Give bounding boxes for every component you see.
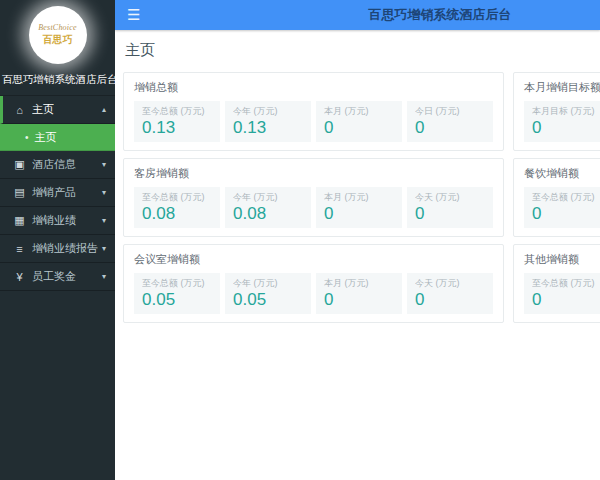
stat-value: 0 [532, 290, 600, 309]
stat-box: 今天 (万元) 0 [407, 273, 493, 314]
stat-value: 0.08 [142, 204, 212, 223]
stat-box: 今年 (万元) 0.08 [225, 187, 311, 228]
brand-title: 百思巧增销系统酒店后台 [0, 69, 115, 95]
stat-label: 今年 (万元) [233, 278, 303, 288]
stat-label: 今年 (万元) [233, 192, 303, 202]
card-row: 客房增销额 至今总额 (万元) 0.08 今年 (万元) 0.08 本月 (万元… [123, 158, 600, 237]
stat-value: 0 [415, 118, 485, 137]
sidebar-item-upsell-performance[interactable]: ▦ 增销业绩 ▾ [0, 207, 115, 235]
stat-label: 今日 (万元) [415, 106, 485, 116]
stat-label: 至今总额 (万元) [532, 192, 600, 202]
sidebar-item-label: 增销产品 [32, 185, 76, 200]
stat-row: 至今总额 (万元) 0.13 今年 (万元) 0.13 本月 (万元) 0 今日… [134, 101, 493, 142]
performance-icon: ▦ [12, 214, 27, 227]
stat-value: 0 [415, 290, 485, 309]
sidebar-item-home[interactable]: ⌂ 主页 ▴ [0, 96, 115, 124]
chevron-down-icon: ▾ [102, 160, 106, 169]
sidebar-item-label: 员工奖金 [32, 269, 76, 284]
card-title: 增销总额 [134, 81, 493, 93]
chevron-up-icon: ▴ [102, 105, 106, 114]
sidebar-item-upsell-products[interactable]: ▤ 增销产品 ▾ [0, 179, 115, 207]
card-title: 会议室增销额 [134, 253, 493, 265]
stat-row: 至今总额 (万元) 0.08 今年 (万元) 0.08 本月 (万元) 0 今天… [134, 187, 493, 228]
chevron-down-icon: ▾ [102, 272, 106, 281]
chevron-down-icon: ▾ [102, 188, 106, 197]
hamburger-menu-icon[interactable]: ☰ [115, 0, 152, 30]
stat-box: 今日 (万元) 0 [407, 101, 493, 142]
card-title: 客房增销额 [134, 167, 493, 179]
stat-row: 至今总额 (万元) 0 [524, 187, 600, 228]
bullet-icon: • [25, 132, 29, 143]
sidebar-item-hotel-info[interactable]: ▣ 酒店信息 ▾ [0, 151, 115, 179]
card-room-upsell: 客房增销额 至今总额 (万元) 0.08 今年 (万元) 0.08 本月 (万元… [123, 158, 504, 237]
card-title: 其他增销额 [524, 253, 600, 265]
stat-value: 0 [415, 204, 485, 223]
stat-value: 0 [532, 118, 600, 137]
stat-value: 0.08 [233, 204, 303, 223]
page-title: 主页 [125, 41, 600, 60]
products-icon: ▤ [12, 186, 27, 199]
stat-box: 今年 (万元) 0.05 [225, 273, 311, 314]
stat-box: 本月 (万元) 0 [316, 101, 402, 142]
hotel-info-icon: ▣ [12, 158, 27, 171]
top-navbar: ☰ 百思巧增销系统酒店后台 [115, 0, 600, 30]
stat-value: 0.13 [142, 118, 212, 137]
stat-value: 0 [324, 118, 394, 137]
stat-label: 本月 (万元) [324, 192, 394, 202]
sidebar: BestChoice 百思巧 百思巧增销系统酒店后台 ⌂ 主页 ▴ • 主页 ▣… [0, 0, 115, 480]
card-other-upsell: 其他增销额 至今总额 (万元) 0 [513, 244, 600, 323]
card-total-upsell: 增销总额 至今总额 (万元) 0.13 今年 (万元) 0.13 本月 (万元)… [123, 72, 504, 151]
stat-label: 至今总额 (万元) [142, 106, 212, 116]
stat-box: 本月 (万元) 0 [316, 187, 402, 228]
card-meeting-room-upsell: 会议室增销额 至今总额 (万元) 0.05 今年 (万元) 0.05 本月 (万… [123, 244, 504, 323]
content-area: 主页 增销总额 至今总额 (万元) 0.13 今年 (万元) 0.13 本月 (… [115, 30, 600, 480]
stat-label: 今天 (万元) [415, 278, 485, 288]
sidebar-subitem-label: 主页 [35, 130, 57, 145]
stat-label: 今年 (万元) [233, 106, 303, 116]
brand-area: BestChoice 百思巧 百思巧增销系统酒店后台 [0, 0, 115, 95]
stat-value: 0.13 [233, 118, 303, 137]
stat-box: 今天 (万元) 0 [407, 187, 493, 228]
sidebar-menu: ⌂ 主页 ▴ • 主页 ▣ 酒店信息 ▾ ▤ 增销产品 ▾ ▦ 增销业绩 ▾ ≡… [0, 95, 115, 291]
bonus-icon: ¥ [12, 271, 27, 283]
sidebar-subitem-home[interactable]: • 主页 [0, 124, 115, 151]
sidebar-item-label: 增销业绩 [32, 213, 76, 228]
sidebar-item-employee-bonus[interactable]: ¥ 员工奖金 ▾ [0, 263, 115, 291]
stat-value: 0 [324, 204, 394, 223]
card-row: 会议室增销额 至今总额 (万元) 0.05 今年 (万元) 0.05 本月 (万… [123, 244, 600, 323]
card-title: 餐饮增销额 [524, 167, 600, 179]
stat-box: 至今总额 (万元) 0.08 [134, 187, 220, 228]
stat-box: 至今总额 (万元) 0 [524, 187, 600, 228]
stat-label: 本月目标 (万元) [532, 106, 600, 116]
stat-value: 0.05 [233, 290, 303, 309]
chevron-down-icon: ▾ [102, 244, 106, 253]
stat-label: 至今总额 (万元) [142, 192, 212, 202]
stat-label: 至今总额 (万元) [532, 278, 600, 288]
card-title: 本月增销目标额 [524, 81, 600, 93]
stat-value: 0 [324, 290, 394, 309]
stat-box: 本月 (万元) 0 [316, 273, 402, 314]
stat-label: 今天 (万元) [415, 192, 485, 202]
sidebar-item-upsell-performance-report[interactable]: ≡ 增销业绩报告 ▾ [0, 235, 115, 263]
report-icon: ≡ [12, 243, 27, 255]
logo-english-text: BestChoice [38, 23, 76, 32]
app-title: 百思巧增销系统酒店后台 [368, 6, 511, 24]
sidebar-item-label: 酒店信息 [32, 157, 76, 172]
card-monthly-target: 本月增销目标额 本月目标 (万元) 0 [513, 72, 600, 151]
stat-row: 至今总额 (万元) 0.05 今年 (万元) 0.05 本月 (万元) 0 今天… [134, 273, 493, 314]
stat-row: 至今总额 (万元) 0 [524, 273, 600, 314]
stat-box: 至今总额 (万元) 0.13 [134, 101, 220, 142]
stat-box: 至今总额 (万元) 0.05 [134, 273, 220, 314]
stat-box: 至今总额 (万元) 0 [524, 273, 600, 314]
card-dining-upsell: 餐饮增销额 至今总额 (万元) 0 [513, 158, 600, 237]
stat-row: 本月目标 (万元) 0 [524, 101, 600, 142]
sidebar-item-label: 增销业绩报告 [32, 241, 98, 256]
stat-label: 本月 (万元) [324, 278, 394, 288]
sidebar-item-label: 主页 [32, 102, 54, 117]
stat-value: 0.05 [142, 290, 212, 309]
app-logo: BestChoice 百思巧 [29, 6, 87, 64]
stat-label: 至今总额 (万元) [142, 278, 212, 288]
home-icon: ⌂ [12, 104, 27, 116]
stat-box: 本月目标 (万元) 0 [524, 101, 600, 142]
card-row: 增销总额 至今总额 (万元) 0.13 今年 (万元) 0.13 本月 (万元)… [123, 72, 600, 151]
